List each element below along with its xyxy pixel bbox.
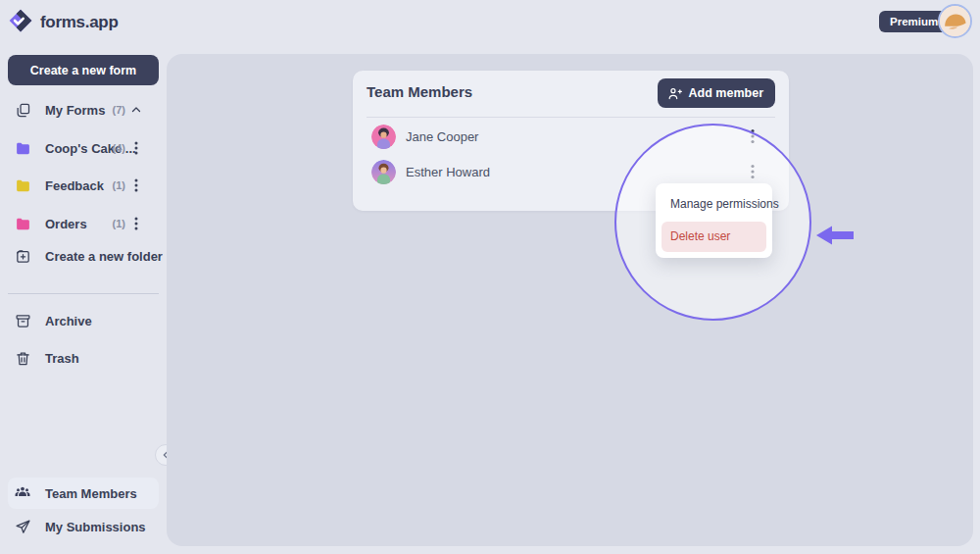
sidebar-divider (8, 293, 159, 294)
row-context-menu: Manage permissions Delete user (656, 183, 772, 258)
trash-label: Trash (45, 351, 79, 366)
card-divider (367, 117, 775, 118)
team-members-label: Team Members (45, 486, 137, 501)
add-member-label: Add member (689, 86, 763, 100)
card-title: Team Members (367, 83, 472, 100)
user-avatar[interactable] (938, 4, 972, 38)
member-name: Esther Howard (406, 165, 490, 179)
kebab-menu-icon[interactable] (129, 217, 143, 230)
member-avatar (371, 160, 396, 184)
member-avatar (371, 125, 396, 149)
menu-item-delete-user[interactable]: Delete user (662, 222, 766, 252)
create-form-label: Create a new form (30, 64, 136, 77)
sidebar-item-folder-coops-cake[interactable]: Coop's Cake ... (4) (8, 137, 159, 159)
create-form-button[interactable]: Create a new form (8, 55, 159, 85)
folder-icon (14, 215, 31, 232)
folder-icon (14, 176, 31, 194)
sidebar-item-create-folder[interactable]: Create a new folder (8, 245, 159, 267)
folder-plus-icon (14, 247, 31, 265)
folder-count: (1) (113, 218, 125, 229)
create-folder-label: Create a new folder (45, 249, 163, 264)
chevron-up-icon[interactable] (129, 103, 143, 117)
logo-icon (8, 8, 33, 37)
user-plus-icon (667, 86, 682, 101)
folder-label: Orders (45, 217, 87, 231)
folder-label: Feedback (45, 178, 104, 193)
sidebar-item-folder-feedback[interactable]: Feedback (1) (8, 175, 159, 196)
premium-label: Premium (890, 16, 938, 27)
app-logo[interactable]: forms.app (8, 8, 118, 37)
main-content-panel: Team Members Add member Jane Cooper (167, 54, 973, 546)
folder-count: (4) (113, 142, 125, 154)
add-member-button[interactable]: Add member (658, 78, 775, 108)
menu-item-manage-permissions[interactable]: Manage permissions (662, 189, 766, 220)
sidebar-item-archive[interactable]: Archive (8, 310, 159, 331)
folder-count: (1) (113, 179, 125, 191)
member-name: Jane Cooper (406, 129, 478, 144)
sidebar-item-trash[interactable]: Trash (8, 347, 159, 369)
avatar-illustration (940, 6, 970, 36)
sidebar-item-my-submissions[interactable]: My Submissions (8, 516, 159, 537)
logo-text: forms.app (40, 13, 118, 32)
paper-plane-icon (14, 518, 31, 535)
sidebar-item-folder-orders[interactable]: Orders (1) (8, 213, 159, 234)
my-submissions-label: My Submissions (45, 520, 146, 534)
kebab-menu-icon[interactable] (129, 141, 143, 155)
kebab-menu-icon[interactable] (129, 178, 143, 192)
users-group-icon (14, 484, 31, 502)
folder-icon (14, 139, 31, 157)
sidebar-item-team-members[interactable]: Team Members (8, 478, 159, 509)
stacked-forms-icon (14, 101, 31, 119)
my-forms-label: My Forms (45, 103, 105, 118)
sidebar-item-my-forms[interactable]: My Forms (7) (8, 99, 159, 121)
my-forms-count: (7) (113, 104, 125, 116)
arrow-left-icon (816, 225, 854, 246)
archive-icon (14, 312, 31, 329)
archive-label: Archive (45, 314, 92, 328)
trash-icon (14, 349, 31, 367)
